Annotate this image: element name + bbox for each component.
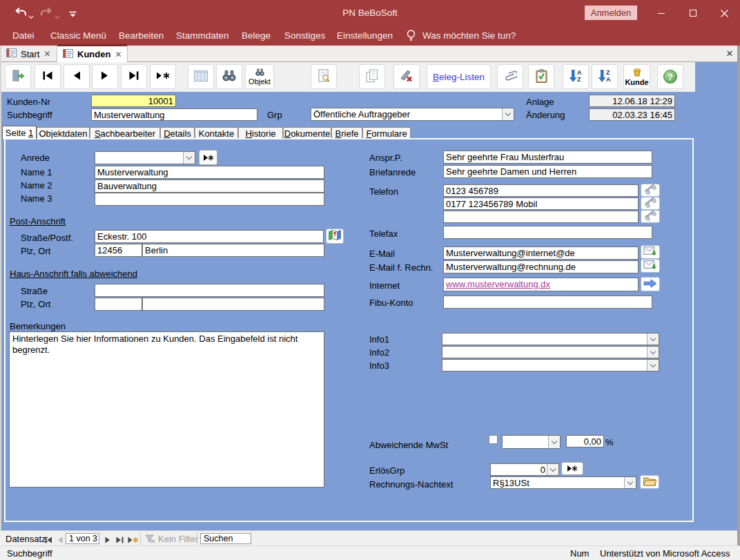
dial-button-3[interactable] [641,210,660,223]
plz-field[interactable]: 12456 [95,244,142,257]
telefax-field[interactable] [443,226,652,239]
plz-ort-label: Plz, Ort [21,246,50,256]
next-record-button[interactable] [92,64,118,89]
nav-prev-icon[interactable] [57,535,63,545]
chevron-down-icon[interactable] [647,347,659,358]
chevron-down-icon[interactable] [183,152,195,164]
telefon2-field[interactable]: 0177 123456789 Mobil [443,197,639,210]
chevron-down-icon[interactable] [647,334,659,345]
fibu-konto-field[interactable] [443,296,652,309]
kunde-button[interactable]: Kunde [623,64,650,89]
kein-filter-label[interactable]: Kein Filter [158,534,199,544]
suchbegriff-field[interactable]: Musterverwaltung [91,108,257,121]
menu-classic-menu[interactable]: Classic Menü [50,30,106,41]
menu-bearbeiten[interactable]: Bearbeiten [119,30,164,41]
name1-field[interactable]: Musterverwaltung [95,166,324,179]
exit-button[interactable] [5,64,31,89]
previous-record-button[interactable] [64,64,90,89]
attachments-button[interactable] [497,64,523,89]
chevron-down-icon[interactable] [547,464,558,475]
search-button[interactable] [216,64,242,89]
datasheet-button[interactable] [188,64,214,89]
first-record-button[interactable] [35,64,61,89]
nav-last-icon[interactable] [116,535,124,545]
record-position-box[interactable]: 1 von 3 [66,533,99,544]
anmelden-button[interactable]: Anmelden [585,6,637,20]
last-record-button[interactable] [121,64,147,89]
bemerkungen-field[interactable]: Hinterlegen Sie hier Informationen zu Ku… [9,331,324,487]
tab-kunden[interactable]: Kunden ✕ [57,44,128,62]
nav-next-icon[interactable] [105,535,110,545]
ort2-field[interactable] [142,298,324,311]
email-rechn-field[interactable]: Musterverwaltung@rechnung.de [443,260,639,273]
nav-new-record-icon[interactable] [128,535,139,545]
nachtext-folder-button[interactable] [640,475,659,489]
tell-me-box[interactable]: Was möchten Sie tun? [422,30,516,41]
bemerkungen-label: Bemerkungen [10,321,66,331]
info3-label: Info3 [369,360,389,371]
delete-record-button[interactable] [393,64,420,89]
new-record-button[interactable] [150,64,176,89]
menu-datei[interactable]: Datei [12,30,35,41]
help-button[interactable]: ? [657,64,683,89]
close-document-icon[interactable]: ✕ [722,48,737,60]
send-mail-button-1[interactable] [641,245,660,259]
anrede-combo[interactable] [95,151,195,164]
form-tab-seite1[interactable]: Seite 1 [2,126,37,139]
nav-first-icon[interactable] [45,535,52,545]
telefon1-field[interactable]: 0123 456789 [443,184,639,197]
maximize-button[interactable] [677,0,709,26]
dial-button-2[interactable] [641,197,660,210]
tasks-button[interactable] [528,64,554,89]
chevron-down-icon[interactable] [548,436,560,448]
copy-button[interactable] [359,64,385,89]
telefon3-field[interactable] [443,211,639,223]
search-objekt-button[interactable]: Objekt [245,64,274,89]
name3-field[interactable] [95,193,324,206]
mwst-combo[interactable] [502,435,561,449]
mwst-checkbox[interactable] [489,435,498,444]
menu-stammdaten[interactable]: Stammdaten [176,30,229,41]
sort-ascending-button[interactable]: AZ [563,64,589,89]
send-mail-button-2[interactable] [641,259,660,273]
grp-combo[interactable]: Öffentliche Auftraggeber [311,108,514,121]
map-button[interactable] [326,229,344,244]
kunden-nr-field[interactable]: 10001 [91,95,176,107]
close-button[interactable] [708,0,740,26]
tab-kunden-close-icon[interactable]: ✕ [115,50,121,59]
chevron-down-icon[interactable] [647,360,659,371]
beleg-listen-button[interactable]: Beleg-Listen [427,64,491,89]
strasse2-field[interactable] [95,284,324,297]
dial-button-1[interactable] [641,184,660,197]
briefanrede-field[interactable]: Sehr geehrte Damen und Herren [443,165,652,178]
mwst-value-field[interactable]: 0,00 [566,435,604,447]
open-website-button[interactable] [641,277,660,291]
email-field[interactable]: Musterverwaltung@internet@de [443,247,639,260]
chevron-down-icon[interactable] [624,477,636,488]
plz2-field[interactable] [95,298,142,311]
ort-field[interactable]: Berlin [142,244,324,257]
filter-icon[interactable] [145,534,155,545]
nachtext-combo[interactable]: R§13USt [490,476,636,489]
info1-combo[interactable] [442,333,659,345]
minimize-button[interactable] [645,0,677,26]
name2-field[interactable]: Bauverwaltung [95,180,324,193]
info2-combo[interactable] [442,346,659,358]
strasse-postf-field[interactable]: Eckestr. 100 [95,230,324,243]
tab-start-close-icon[interactable]: ✕ [43,49,50,59]
info3-combo[interactable] [442,359,659,371]
menu-belege[interactable]: Belege [242,30,271,41]
tab-start[interactable]: Start ✕ [0,46,57,62]
menu-sonstiges[interactable]: Sonstiges [284,30,325,41]
menu-einstellungen[interactable]: Einstellungen [337,30,393,41]
ansprp-field[interactable]: Sehr geehrte Frau Musterfrau [443,151,652,164]
search-input[interactable]: Suchen [200,533,251,544]
erloesgrp-combo[interactable]: 0 [490,463,559,476]
sort-descending-button[interactable]: ZA [592,64,618,89]
chevron-down-icon[interactable] [502,108,514,120]
anrede-new-button[interactable] [199,150,217,165]
internet-link[interactable]: www.musterverwaltung.dx [446,279,550,289]
internet-field[interactable]: www.musterverwaltung.dx [443,278,639,291]
print-preview-button[interactable] [311,64,337,89]
erloesgrp-new-button[interactable] [561,462,583,475]
